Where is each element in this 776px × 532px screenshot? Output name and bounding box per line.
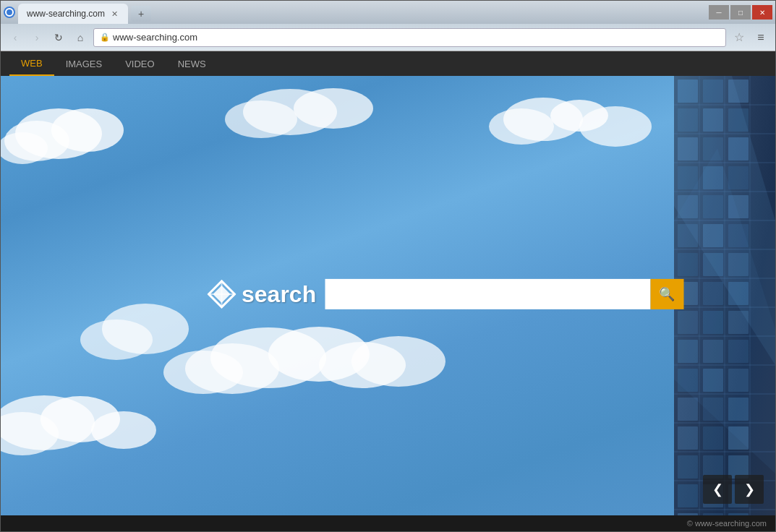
menu-button[interactable]: ≡ xyxy=(752,29,769,46)
svg-rect-49 xyxy=(703,108,723,132)
search-input[interactable] xyxy=(325,279,650,309)
next-arrow-button[interactable]: ❯ xyxy=(735,475,764,504)
url-lock-icon: 🔒 xyxy=(100,33,110,42)
svg-rect-91 xyxy=(703,513,723,515)
svg-rect-62 xyxy=(728,224,749,247)
svg-rect-71 xyxy=(728,311,749,334)
svg-rect-60 xyxy=(678,224,698,247)
svg-rect-82 xyxy=(703,426,723,450)
tab-web[interactable]: WEB xyxy=(9,51,54,76)
tab-video[interactable]: VIDEO xyxy=(114,51,166,76)
tab-close-button[interactable]: ✕ xyxy=(109,9,119,19)
tab-favicon xyxy=(4,7,15,18)
prev-arrow-button[interactable]: ❮ xyxy=(703,475,732,504)
building-svg xyxy=(674,76,775,515)
svg-rect-75 xyxy=(678,369,698,392)
footer: © www-searching.com xyxy=(1,515,775,531)
svg-rect-73 xyxy=(703,340,723,363)
svg-rect-80 xyxy=(728,398,749,421)
search-icon: 🔍 xyxy=(659,286,675,302)
bookmark-button[interactable]: ☆ xyxy=(730,29,748,46)
active-tab[interactable]: www-searching.com ✕ xyxy=(18,4,128,24)
home-button[interactable]: ⌂ xyxy=(72,29,89,46)
address-bar: ‹ › ↻ ⌂ 🔒 www-searching.com ☆ ≡ xyxy=(1,24,775,51)
window-controls: ─ □ ✕ xyxy=(709,5,772,20)
svg-rect-45 xyxy=(678,80,698,103)
svg-rect-48 xyxy=(678,108,698,132)
svg-rect-84 xyxy=(678,455,698,479)
tab-images[interactable]: IMAGES xyxy=(54,51,114,76)
svg-rect-46 xyxy=(703,80,723,103)
svg-rect-64 xyxy=(703,253,723,276)
svg-rect-68 xyxy=(728,282,749,305)
svg-rect-47 xyxy=(728,80,749,103)
back-button[interactable]: ‹ xyxy=(7,29,24,46)
svg-rect-61 xyxy=(703,224,723,247)
svg-rect-52 xyxy=(703,137,723,160)
copyright-text: © www-searching.com xyxy=(687,519,767,528)
minimize-button[interactable]: ─ xyxy=(709,5,729,20)
refresh-button[interactable]: ↻ xyxy=(50,29,67,46)
svg-rect-92 xyxy=(728,513,749,515)
maximize-button[interactable]: □ xyxy=(730,5,751,20)
svg-rect-53 xyxy=(728,137,749,160)
nav-arrows: ❮ ❯ xyxy=(703,475,764,504)
main-content: search 🔍 ❮ ❯ xyxy=(1,76,775,515)
svg-rect-81 xyxy=(678,426,698,450)
search-area: search 🔍 xyxy=(207,279,683,309)
svg-rect-67 xyxy=(703,282,723,305)
svg-rect-72 xyxy=(678,340,698,363)
svg-rect-79 xyxy=(703,398,723,421)
forward-button[interactable]: › xyxy=(28,29,46,46)
svg-rect-58 xyxy=(703,195,723,218)
svg-rect-74 xyxy=(728,340,749,363)
url-text: www-searching.com xyxy=(113,32,197,43)
url-bar[interactable]: 🔒 www-searching.com xyxy=(93,28,726,47)
brand-logo-icon xyxy=(207,280,236,309)
svg-rect-59 xyxy=(728,195,749,218)
svg-rect-55 xyxy=(703,166,723,189)
svg-rect-54 xyxy=(678,166,698,189)
nav-tabs-bar: WEB IMAGES VIDEO NEWS xyxy=(1,51,775,76)
svg-rect-65 xyxy=(728,253,749,276)
browser-window: www-searching.com ✕ + ─ □ ✕ ‹ › ↻ ⌂ 🔒 ww… xyxy=(0,0,776,532)
title-bar: www-searching.com ✕ + ─ □ ✕ xyxy=(1,1,775,24)
brand-label: search xyxy=(242,280,316,307)
svg-rect-63 xyxy=(678,253,698,276)
svg-rect-83 xyxy=(728,426,749,450)
close-button[interactable]: ✕ xyxy=(752,5,772,20)
new-tab-button[interactable]: + xyxy=(131,6,151,22)
svg-rect-50 xyxy=(728,108,749,132)
svg-rect-57 xyxy=(678,195,698,218)
svg-rect-70 xyxy=(703,311,723,334)
search-button[interactable]: 🔍 xyxy=(650,279,683,309)
svg-rect-87 xyxy=(678,484,698,507)
svg-rect-56 xyxy=(728,166,749,189)
building xyxy=(674,76,775,515)
tab-news[interactable]: NEWS xyxy=(166,51,218,76)
search-brand: search xyxy=(207,280,316,309)
search-input-wrap: 🔍 xyxy=(325,279,683,309)
svg-rect-78 xyxy=(678,398,698,421)
svg-rect-77 xyxy=(728,369,749,392)
svg-rect-90 xyxy=(678,513,698,515)
tab-label: www-searching.com xyxy=(27,9,105,19)
svg-rect-76 xyxy=(703,369,723,392)
svg-rect-51 xyxy=(678,137,698,160)
svg-rect-69 xyxy=(678,311,698,334)
